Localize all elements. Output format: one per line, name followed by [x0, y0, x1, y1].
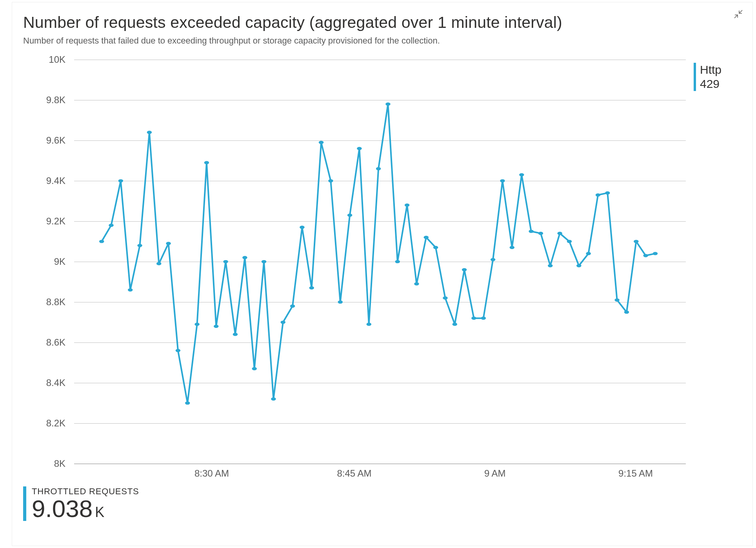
y-axis-tick-label: 9K — [54, 256, 65, 267]
metric-value: 9.038 — [32, 495, 93, 522]
metric-value-row: 9.038K — [32, 497, 737, 521]
y-axis-tick-label: 10K — [49, 54, 65, 65]
data-point[interactable] — [204, 161, 209, 164]
data-point[interactable] — [443, 297, 447, 300]
data-point[interactable] — [500, 179, 505, 182]
metric-unit: K — [95, 504, 104, 520]
data-point[interactable] — [614, 299, 619, 302]
y-axis-tick-label: 8.8K — [46, 297, 65, 308]
data-point[interactable] — [433, 246, 438, 249]
data-point[interactable] — [233, 333, 238, 336]
y-axis-tick-label: 8.4K — [46, 377, 65, 388]
data-point[interactable] — [491, 258, 495, 261]
data-point[interactable] — [147, 131, 152, 134]
legend: Http 429 — [694, 60, 737, 479]
y-axis-tick-label: 8.6K — [46, 337, 65, 348]
y-axis-tick-label: 8.2K — [46, 418, 65, 429]
x-axis: 8:30 AM8:45 AM9 AM9:15 AM — [74, 464, 686, 479]
data-point[interactable] — [156, 262, 161, 265]
data-point[interactable] — [262, 260, 266, 263]
data-point[interactable] — [385, 102, 390, 106]
data-point[interactable] — [290, 304, 295, 308]
data-point[interactable] — [185, 401, 190, 404]
y-axis-tick-label: 9.4K — [46, 175, 65, 186]
data-point[interactable] — [605, 191, 610, 195]
data-point[interactable] — [242, 256, 247, 259]
data-point[interactable] — [338, 300, 343, 304]
panel-title: Number of requests exceeded capacity (ag… — [23, 13, 737, 32]
data-point[interactable] — [519, 173, 524, 176]
panel-subtitle: Number of requests that failed due to ex… — [23, 36, 737, 46]
data-point[interactable] — [453, 323, 457, 326]
data-point[interactable] — [653, 252, 658, 255]
data-point[interactable] — [328, 179, 333, 182]
data-point[interactable] — [223, 260, 228, 263]
y-axis-tick-label: 9.6K — [46, 135, 65, 146]
data-point[interactable] — [319, 141, 323, 144]
y-axis-tick-label: 9.2K — [46, 216, 65, 227]
y-axis-tick-label: 9.8K — [46, 95, 65, 106]
data-point[interactable] — [99, 240, 104, 243]
y-axis-tick-label: 8K — [54, 458, 65, 469]
data-point[interactable] — [567, 240, 572, 243]
data-point[interactable] — [271, 397, 276, 401]
data-point[interactable] — [194, 323, 199, 326]
data-point[interactable] — [471, 317, 476, 320]
data-point[interactable] — [376, 167, 381, 170]
metric-label: THROTTLED REQUESTS — [32, 486, 737, 497]
series-line-http429 — [102, 104, 655, 403]
data-point[interactable] — [548, 264, 552, 267]
data-point[interactable] — [634, 240, 638, 243]
x-axis-tick-label: 8:45 AM — [337, 468, 371, 479]
data-point[interactable] — [405, 204, 409, 207]
data-point[interactable] — [357, 147, 362, 150]
data-point[interactable] — [109, 224, 113, 227]
line-plot — [74, 60, 686, 464]
data-point[interactable] — [300, 226, 304, 229]
x-axis-tick-label: 9 AM — [484, 468, 506, 479]
data-point[interactable] — [395, 260, 400, 263]
data-point[interactable] — [281, 320, 285, 324]
data-point[interactable] — [538, 232, 543, 235]
data-point[interactable] — [510, 246, 514, 249]
data-point[interactable] — [643, 254, 648, 257]
x-axis-tick-label: 8:30 AM — [194, 468, 229, 479]
data-point[interactable] — [176, 349, 180, 352]
chart-area: 8K8.2K8.4K8.6K8.8K9K9.2K9.4K9.6K9.8K10K … — [23, 60, 737, 479]
data-point[interactable] — [118, 179, 123, 182]
data-point[interactable] — [624, 311, 629, 314]
collapse-icon[interactable] — [733, 9, 744, 20]
data-point[interactable] — [576, 264, 581, 267]
y-axis-labels: 8K8.2K8.4K8.6K8.8K9K9.2K9.4K9.6K9.8K10K — [23, 60, 70, 464]
data-point[interactable] — [462, 268, 467, 271]
data-point[interactable] — [347, 213, 352, 217]
plot-region[interactable]: 8K8.2K8.4K8.6K8.8K9K9.2K9.4K9.6K9.8K10K … — [23, 60, 686, 479]
metric-throttled-requests[interactable]: THROTTLED REQUESTS 9.038K — [23, 486, 737, 521]
data-point[interactable] — [214, 325, 218, 328]
x-axis-tick-label: 9:15 AM — [618, 468, 653, 479]
metrics-panel: Number of requests exceeded capacity (ag… — [12, 2, 753, 546]
data-point[interactable] — [424, 236, 429, 239]
data-point[interactable] — [529, 230, 533, 233]
data-point[interactable] — [596, 193, 600, 197]
data-point[interactable] — [586, 252, 591, 255]
legend-item-http429[interactable]: Http 429 — [694, 63, 737, 91]
data-point[interactable] — [128, 288, 133, 291]
data-point[interactable] — [367, 323, 371, 326]
data-point[interactable] — [137, 244, 142, 247]
data-point[interactable] — [252, 367, 256, 370]
data-point[interactable] — [309, 286, 314, 289]
data-point[interactable] — [557, 232, 562, 235]
data-point[interactable] — [414, 282, 419, 286]
data-point[interactable] — [481, 317, 486, 320]
data-point[interactable] — [166, 242, 171, 245]
